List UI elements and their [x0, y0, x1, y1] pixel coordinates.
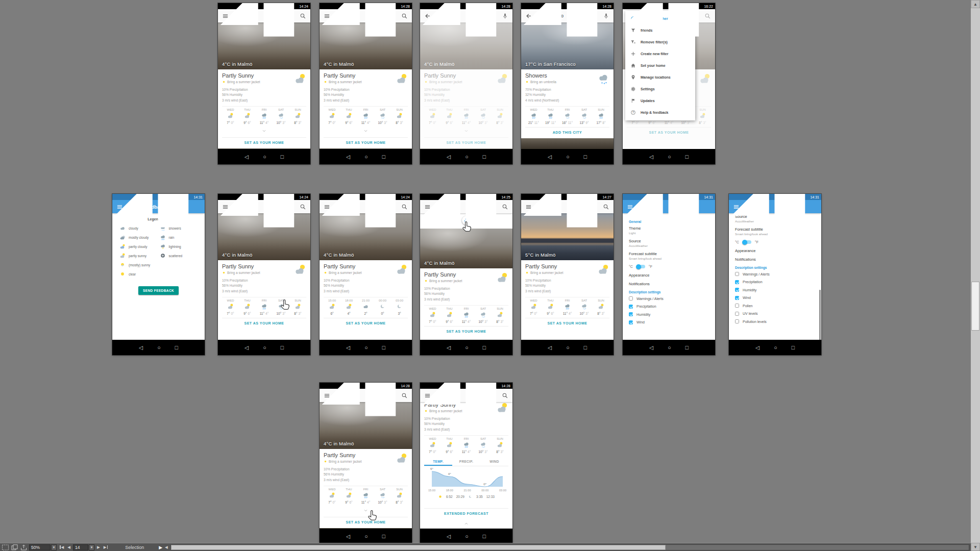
nav-recents-button[interactable]: □: [281, 154, 284, 160]
unit-toggle[interactable]: [636, 265, 645, 268]
forecast-col[interactable]: SAT 10°3°: [576, 299, 593, 315]
next-page-button[interactable]: ▶: [96, 545, 101, 549]
nav-home-button[interactable]: ○: [364, 345, 368, 350]
nav-home-button[interactable]: ○: [566, 154, 569, 160]
nav-back-button[interactable]: ◁: [755, 345, 760, 350]
vscroll-down-arrow[interactable]: ▼: [971, 543, 980, 551]
settings-item[interactable]: Appearance: [735, 248, 816, 253]
settings-checkbox-row[interactable]: Warnings / Alerts: [629, 296, 710, 300]
expand-button[interactable]: [324, 505, 408, 515]
forecast-col[interactable]: WED 7°0°: [222, 108, 239, 124]
nav-back-button[interactable]: ◁: [649, 154, 653, 160]
checkbox-icon[interactable]: [735, 280, 739, 284]
settings-item[interactable]: Source AccuWeather: [629, 239, 710, 247]
forecast-col[interactable]: 15:00 6°: [324, 299, 340, 315]
nav-recents-button[interactable]: □: [584, 345, 587, 350]
card-action-button[interactable]: SET AS YOUR HOME: [424, 137, 508, 147]
search-icon[interactable]: [603, 204, 609, 210]
settings-checkbox-row[interactable]: UV levels: [735, 312, 816, 316]
tool-marquee-icon[interactable]: [2, 544, 9, 550]
settings-checkbox-row[interactable]: Wind: [735, 296, 816, 300]
vertical-scrollbar-thumb[interactable]: [971, 282, 979, 331]
forecast-col[interactable]: 00:00 0°: [374, 299, 391, 315]
forecast-col[interactable]: FRI 11°4°: [458, 437, 475, 454]
menu-item[interactable]: Settings: [625, 83, 695, 95]
nav-home-button[interactable]: ○: [157, 345, 160, 350]
card-action-button[interactable]: SET AS YOUR HOME: [424, 326, 508, 336]
forecast-col[interactable]: WED 7°0°: [525, 299, 542, 315]
vscroll-up-arrow[interactable]: ▲: [971, 0, 980, 8]
forecast-col[interactable]: SUN 8°3°: [492, 307, 508, 323]
search-icon[interactable]: [300, 204, 306, 210]
menu-item[interactable]: Remove filter(s): [625, 36, 695, 48]
page-dropdown-arrow[interactable]: ▾: [89, 544, 94, 550]
page-number-input[interactable]: 14: [73, 544, 88, 550]
expand-button[interactable]: [222, 126, 306, 136]
forecast-col[interactable]: FRI 11°4°: [357, 108, 374, 124]
tab-wind[interactable]: WIND: [480, 458, 508, 466]
nav-back-button[interactable]: ◁: [548, 345, 552, 350]
forecast-col[interactable]: SUN 8°3°: [289, 299, 306, 315]
forecast-col[interactable]: THU 9°6°: [441, 307, 458, 323]
forecast-col[interactable]: FRI 11°4°: [458, 108, 475, 124]
forecast-col[interactable]: FRI 11°4°: [256, 108, 273, 124]
nav-recents-button[interactable]: □: [175, 345, 178, 350]
nav-back-button[interactable]: ◁: [244, 154, 249, 160]
nav-home-button[interactable]: ○: [465, 154, 468, 160]
nav-back-button[interactable]: ◁: [346, 345, 350, 350]
nav-home-button[interactable]: ○: [263, 345, 266, 350]
forecast-col[interactable]: SUN 8°3°: [593, 299, 609, 315]
forecast-col[interactable]: SAT 10°3°: [475, 307, 492, 323]
forecast-col[interactable]: WED 7°0°: [424, 437, 441, 454]
forecast-col[interactable]: WED 21°11°: [525, 108, 542, 124]
prev-page-button[interactable]: ◀: [66, 545, 71, 549]
settings-checkbox-row[interactable]: Pollution levels: [735, 319, 816, 323]
mic-icon[interactable]: [603, 13, 609, 19]
forecast-col[interactable]: WED 7°0°: [424, 307, 441, 323]
nav-back-button[interactable]: ◁: [447, 534, 451, 539]
settings-checkbox-row[interactable]: Precipitation: [629, 305, 710, 309]
nav-home-button[interactable]: ○: [668, 345, 671, 350]
settings-item[interactable]: Appearance: [629, 273, 710, 278]
settings-checkbox-row[interactable]: Precipitation: [735, 280, 816, 284]
tab-temp[interactable]: TEMP.: [424, 458, 452, 466]
settings-checkbox-row[interactable]: Wind: [629, 320, 710, 324]
nav-home-button[interactable]: ○: [263, 154, 266, 160]
expander-icon[interactable]: ▶: [159, 545, 162, 550]
nav-recents-button[interactable]: □: [483, 534, 486, 539]
zoom-dropdown-arrow[interactable]: ▾: [51, 544, 57, 550]
checkbox-icon[interactable]: [735, 312, 739, 316]
settings-checkbox-row[interactable]: Pollen: [735, 304, 816, 308]
forecast-col[interactable]: SAT 10°3°: [475, 437, 492, 454]
card-action-button[interactable]: SET AS YOUR HOME: [324, 517, 408, 527]
horizontal-scrollbar-thumb[interactable]: [171, 545, 666, 550]
forecast-col[interactable]: WED 7°0°: [324, 108, 340, 124]
nav-recents-button[interactable]: □: [584, 154, 587, 160]
nav-recents-button[interactable]: □: [792, 345, 795, 350]
forecast-col[interactable]: SUN 8°3°: [492, 108, 508, 124]
nav-home-button[interactable]: ○: [668, 154, 671, 160]
forecast-col[interactable]: SUN 8°3°: [391, 488, 408, 504]
nav-recents-button[interactable]: □: [382, 534, 385, 539]
zoom-select[interactable]: 50%: [29, 544, 51, 550]
nav-recents-button[interactable]: □: [685, 345, 689, 350]
forecast-col[interactable]: THU 9°6°: [441, 108, 458, 124]
card-action-button[interactable]: ADD THIS CITY: [525, 127, 609, 137]
nav-recents-button[interactable]: □: [382, 345, 385, 350]
last-page-button[interactable]: ▶: [103, 545, 109, 549]
menu-item[interactable]: Set your home: [625, 60, 695, 71]
nav-back-button[interactable]: ◁: [447, 154, 451, 160]
nav-recents-button[interactable]: □: [382, 154, 385, 160]
nav-recents-button[interactable]: □: [483, 154, 486, 160]
tab-precip[interactable]: PRECIP.: [452, 458, 480, 466]
forecast-col[interactable]: THU 19°11°: [542, 108, 559, 124]
expand-button[interactable]: [324, 126, 408, 136]
forecast-col[interactable]: SUN 8°3°: [492, 437, 508, 454]
checkbox-icon[interactable]: [735, 319, 739, 323]
forecast-col[interactable]: SAT 10°3°: [374, 488, 391, 504]
nav-back-button[interactable]: ◁: [346, 534, 350, 539]
nav-back-button[interactable]: ◁: [447, 345, 451, 350]
card-action-button[interactable]: SET AS YOUR HOME: [222, 318, 306, 328]
unit-toggle[interactable]: [743, 240, 751, 244]
menu-item[interactable]: Updates: [625, 95, 695, 107]
